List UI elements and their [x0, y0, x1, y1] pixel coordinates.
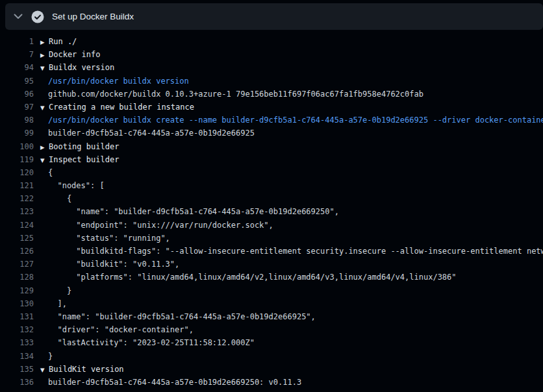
output-text: { [48, 192, 71, 205]
line-number[interactable]: 134 [0, 350, 34, 363]
log-line: 130 ], [0, 297, 543, 310]
output-text: "platforms": "linux/amd64,linux/amd64/v2… [48, 271, 457, 284]
log-line: 129 } [0, 284, 543, 297]
log-line: 99builder-d9cfb5a1-c764-445a-a57e-0b19d2… [0, 127, 543, 140]
log-line: 121 "nodes": [ [0, 179, 543, 192]
group-row-content[interactable]: ▼Inspect builder [40, 153, 119, 166]
log-line[interactable]: 135▼BuildKit version [0, 363, 543, 376]
output-text: "status": "running", [48, 232, 170, 245]
group-row-content[interactable]: ▶Docker info [40, 48, 100, 61]
log-line[interactable]: 7▶Docker info [0, 48, 543, 61]
log-line[interactable]: 119▼Inspect builder [0, 153, 543, 166]
output-text: { [48, 166, 53, 179]
output-text: ], [48, 297, 67, 310]
line-number[interactable]: 123 [0, 205, 34, 218]
group-label: Buildx version [49, 63, 114, 72]
output-text: builder-d9cfb5a1-c764-445a-a57e-0b19d2e6… [48, 127, 255, 140]
log-line: 132 "driver": "docker-container", [0, 323, 543, 336]
group-row-content[interactable]: ▼BuildKit version [40, 363, 124, 376]
line-number[interactable]: 7 [0, 48, 34, 61]
group-expanded-icon[interactable]: ▼ [40, 101, 49, 114]
output-text: "buildkit": "v0.11.3", [48, 258, 179, 271]
group-expanded-icon[interactable]: ▼ [40, 62, 49, 74]
log-line: 124 "endpoint": "unix:///var/run/docker.… [0, 219, 543, 232]
output-text: "name": "builder-d9cfb5a1-c764-445a-a57e… [48, 205, 339, 218]
output-text: "lastActivity": "2023-02-25T11:58:12.000… [48, 336, 255, 349]
command-text: /usr/bin/docker buildx version [48, 75, 189, 88]
line-number[interactable]: 94 [0, 61, 34, 74]
output-text: } [48, 350, 53, 363]
line-number[interactable]: 121 [0, 179, 34, 192]
line-number[interactable]: 136 [0, 376, 34, 389]
log-line[interactable]: 100▶Booting builder [0, 140, 543, 153]
log-line: 134} [0, 350, 543, 363]
group-row-content[interactable]: ▶Run ./ [40, 35, 77, 48]
line-number[interactable]: 99 [0, 127, 34, 140]
group-collapsed-icon[interactable]: ▶ [40, 36, 49, 48]
line-number[interactable]: 97 [0, 101, 34, 114]
line-number[interactable]: 128 [0, 271, 34, 284]
group-expanded-icon[interactable]: ▼ [40, 363, 49, 376]
group-label: Booting builder [49, 142, 119, 151]
log-line: 136builder-d9cfb5a1-c764-445a-a57e-0b19d… [0, 376, 543, 389]
line-number[interactable]: 120 [0, 166, 34, 179]
output-text: github.com/docker/buildx 0.10.3+azure-1 … [48, 88, 423, 101]
group-expanded-icon[interactable]: ▼ [40, 154, 49, 166]
log-line: 96github.com/docker/buildx 0.10.3+azure-… [0, 88, 543, 101]
output-text: "name": "builder-d9cfb5a1-c764-445a-a57e… [48, 310, 316, 323]
log-line: 133 "lastActivity": "2023-02-25T11:58:12… [0, 336, 543, 349]
group-label: Docker info [49, 50, 100, 59]
log-line: 131 "name": "builder-d9cfb5a1-c764-445a-… [0, 310, 543, 323]
step-title: Set up Docker Buildx [52, 12, 134, 21]
line-number[interactable]: 127 [0, 258, 34, 271]
line-number[interactable]: 100 [0, 140, 34, 153]
actions-log-viewer: Set up Docker Buildx 1▶Run ./7▶Docker in… [0, 3, 543, 392]
output-text: } [48, 284, 71, 297]
group-label: Run ./ [49, 37, 77, 46]
line-number[interactable]: 119 [0, 153, 34, 166]
line-number[interactable]: 95 [0, 75, 34, 88]
group-label: Creating a new builder instance [49, 103, 194, 112]
log-line: 126 "buildkitd-flags": "--allow-insecure… [0, 245, 543, 258]
line-number[interactable]: 131 [0, 310, 34, 323]
log-line: 128 "platforms": "linux/amd64,linux/amd6… [0, 271, 543, 284]
line-number[interactable]: 98 [0, 114, 34, 127]
line-number[interactable]: 96 [0, 88, 34, 101]
log-line: 120{ [0, 166, 543, 179]
log-line: 95/usr/bin/docker buildx version [0, 75, 543, 88]
log-line: 122 { [0, 192, 543, 205]
log-line[interactable]: 97▼Creating a new builder instance [0, 101, 543, 114]
group-row-content[interactable]: ▶Booting builder [40, 140, 119, 153]
log-line: 125 "status": "running", [0, 232, 543, 245]
log-line: 123 "name": "builder-d9cfb5a1-c764-445a-… [0, 205, 543, 218]
group-label: Inspect builder [49, 155, 119, 164]
output-text: "endpoint": "unix:///var/run/docker.sock… [48, 219, 273, 232]
line-number[interactable]: 132 [0, 323, 34, 336]
command-text: /usr/bin/docker buildx create --name bui… [48, 114, 543, 127]
output-text: "buildkitd-flags": "--allow-insecure-ent… [48, 245, 543, 258]
group-row-content[interactable]: ▼Buildx version [40, 61, 114, 74]
check-circle-icon [31, 10, 44, 23]
line-number[interactable]: 135 [0, 363, 34, 376]
line-number[interactable]: 125 [0, 232, 34, 245]
log-line[interactable]: 94▼Buildx version [0, 61, 543, 74]
group-collapsed-icon[interactable]: ▶ [40, 49, 49, 61]
log-line: 127 "buildkit": "v0.11.3", [0, 258, 543, 271]
group-collapsed-icon[interactable]: ▶ [40, 141, 49, 153]
line-number[interactable]: 126 [0, 245, 34, 258]
line-number[interactable]: 1 [0, 35, 34, 48]
log-lines: 1▶Run ./7▶Docker info94▼Buildx version95… [0, 30, 543, 389]
line-number[interactable]: 133 [0, 336, 34, 349]
line-number[interactable]: 124 [0, 219, 34, 232]
log-line[interactable]: 1▶Run ./ [0, 35, 543, 48]
line-number[interactable]: 130 [0, 297, 34, 310]
output-text: builder-d9cfb5a1-c764-445a-a57e-0b19d2e6… [48, 376, 301, 389]
chevron-down-icon[interactable] [13, 12, 23, 22]
output-text: "nodes": [ [48, 179, 105, 192]
group-label: BuildKit version [49, 365, 124, 374]
group-row-content[interactable]: ▼Creating a new builder instance [40, 101, 194, 114]
line-number[interactable]: 122 [0, 192, 34, 205]
step-header[interactable]: Set up Docker Buildx [5, 3, 543, 30]
line-number[interactable]: 129 [0, 284, 34, 297]
log-line: 98/usr/bin/docker buildx create --name b… [0, 114, 543, 127]
